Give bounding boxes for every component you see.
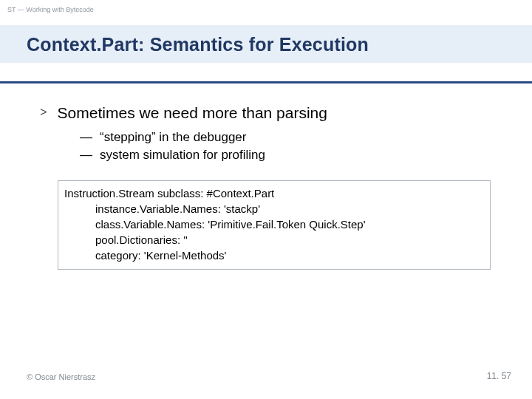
footer-copyright: © Oscar Nierstrasz	[27, 372, 95, 381]
bullet-text: Sometimes we need more than parsing	[58, 103, 327, 123]
code-line: class.Variable.Names: 'Primitive.Fail.To…	[64, 216, 484, 232]
sub-bullet-text: system simulation for profiling	[100, 146, 265, 164]
code-line: category: 'Kernel-Methods'	[64, 248, 484, 263]
slide: ST — Working with Bytecode Context.Part:…	[0, 0, 532, 399]
breadcrumb: ST — Working with Bytecode	[7, 6, 94, 13]
sub-bullet-list: — “stepping” in the debugger — system si…	[80, 129, 491, 164]
divider	[0, 81, 532, 83]
slide-title: Context.Part: Semantics for Execution	[27, 34, 505, 55]
code-line: Instruction.Stream subclass: #Context.Pa…	[64, 185, 484, 201]
bullet-level2: — system simulation for profiling	[80, 146, 491, 164]
bullet-marker-dash: —	[80, 146, 92, 164]
bullet-level1: > Sometimes we need more than parsing	[40, 103, 491, 123]
bullet-level2: — “stepping” in the debugger	[80, 129, 491, 146]
bullet-marker-gt: >	[40, 103, 47, 123]
code-line: instance.Variable.Names: 'stackp'	[64, 201, 484, 216]
bullet-marker-dash: —	[80, 129, 92, 146]
title-band: Context.Part: Semantics for Execution	[0, 25, 532, 63]
code-box: Instruction.Stream subclass: #Context.Pa…	[58, 180, 491, 270]
footer-page-number: 11. 57	[487, 371, 511, 381]
body: > Sometimes we need more than parsing — …	[40, 103, 491, 270]
sub-bullet-text: “stepping” in the debugger	[100, 129, 246, 146]
code-line: pool.Dictionaries: ''	[64, 232, 484, 248]
